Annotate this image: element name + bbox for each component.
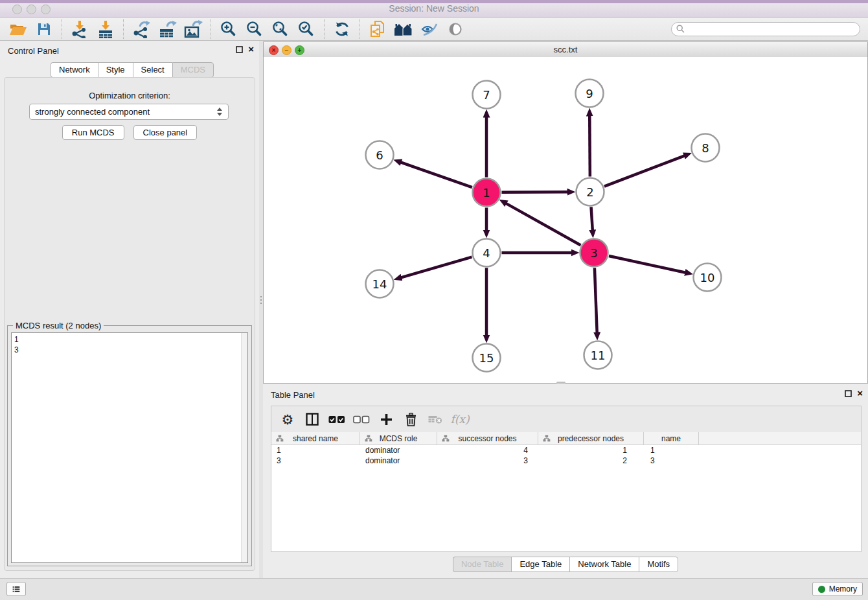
tab-mcds[interactable]: MCDS xyxy=(172,62,214,78)
export-table-icon[interactable] xyxy=(154,19,180,40)
graph-node-9[interactable]: 9 xyxy=(576,80,604,108)
graph-edge-2-8[interactable] xyxy=(604,156,685,186)
run-mcds-button[interactable]: Run MCDS xyxy=(62,125,124,140)
graph-node-7[interactable]: 7 xyxy=(473,81,501,109)
import-network-icon[interactable] xyxy=(67,19,93,40)
optimization-select[interactable]: strongly connected component xyxy=(29,104,229,120)
graph-node-14[interactable]: 14 xyxy=(366,270,394,298)
table-panel-title: Table Panel xyxy=(271,390,315,400)
network-window-titlebar[interactable]: × − + scc.txt xyxy=(264,42,867,58)
svg-text:7: 7 xyxy=(483,88,490,102)
clear-checkboxes-icon[interactable] xyxy=(350,409,372,430)
delete-column-icon[interactable] xyxy=(400,409,422,430)
toolbar-separator xyxy=(360,19,360,39)
tab-network-table[interactable]: Network Table xyxy=(569,557,639,572)
close-panel-icon[interactable]: × xyxy=(248,45,254,53)
hide-eye-icon[interactable] xyxy=(417,19,442,40)
tab-edge-table[interactable]: Edge Table xyxy=(511,557,569,572)
graph-node-1[interactable]: 1 xyxy=(473,179,501,207)
float-panel-icon[interactable] xyxy=(236,46,243,53)
save-session-icon[interactable] xyxy=(31,19,57,40)
graph-node-6[interactable]: 6 xyxy=(366,141,394,169)
column-header-predecessor-nodes[interactable]: predecessor nodes xyxy=(538,432,644,444)
task-history-button[interactable] xyxy=(6,582,26,596)
graph-edge-3-1[interactable] xyxy=(506,203,580,246)
graph-node-11[interactable]: 11 xyxy=(584,341,612,369)
graph-edge-1-6[interactable] xyxy=(401,162,472,187)
network-canvas[interactable]: 7968124314101511 xyxy=(264,57,867,383)
close-panel-button[interactable]: Close panel xyxy=(133,125,198,140)
table-cell[interactable]: dominator xyxy=(360,446,437,455)
split-panel-icon[interactable] xyxy=(301,409,323,430)
table-cell[interactable]: 1 xyxy=(271,446,360,455)
table-cell[interactable]: 4 xyxy=(437,446,538,455)
node-table[interactable]: shared nameMCDS rolesuccessor nodesprede… xyxy=(271,432,861,551)
table-cell[interactable]: dominator xyxy=(360,456,437,465)
tab-network[interactable]: Network xyxy=(51,62,98,78)
control-panel-title: Control Panel xyxy=(8,46,59,56)
open-session-icon[interactable] xyxy=(5,19,31,40)
search-icon xyxy=(676,25,685,33)
apply-layout-icon[interactable] xyxy=(329,19,355,40)
application-window: Session: New Session xyxy=(0,0,868,600)
zoom-fit-icon[interactable] xyxy=(268,19,293,40)
table-cell[interactable]: 1 xyxy=(644,446,699,455)
tab-style[interactable]: Style xyxy=(98,62,133,78)
toolbar-separator xyxy=(324,19,325,39)
titlebar: Session: New Session xyxy=(0,0,868,17)
zoom-out-icon[interactable] xyxy=(242,19,268,40)
graph-node-2[interactable]: 2 xyxy=(577,178,604,206)
svg-text:11: 11 xyxy=(591,349,606,362)
graph-node-3[interactable]: 3 xyxy=(580,239,608,267)
table-cell[interactable]: 1 xyxy=(538,446,644,455)
memory-button[interactable]: Memory xyxy=(812,582,863,596)
float-panel-icon[interactable] xyxy=(845,390,852,397)
table-row[interactable]: 1dominator411 xyxy=(271,445,861,456)
graph-edge-3-10[interactable] xyxy=(609,256,685,273)
zoom-in-icon[interactable] xyxy=(216,19,242,40)
mcds-result-text[interactable]: 1 3 xyxy=(11,332,248,563)
graph-edge-2-9[interactable] xyxy=(589,115,590,176)
graph-edge-1-2[interactable] xyxy=(501,192,567,192)
graph-edge-4-14[interactable] xyxy=(401,257,472,278)
svg-text:3: 3 xyxy=(590,246,597,260)
column-header-shared-name[interactable]: shared name xyxy=(271,432,360,444)
tab-motifs[interactable]: Motifs xyxy=(639,557,678,572)
column-header-MCDS-role[interactable]: MCDS role xyxy=(360,432,437,444)
graph-edge-3-11[interactable] xyxy=(595,268,597,332)
table-cell[interactable]: 3 xyxy=(271,456,360,465)
clone-network-icon[interactable] xyxy=(365,19,391,40)
network-home-icon[interactable] xyxy=(391,19,417,40)
tab-select[interactable]: Select xyxy=(133,62,172,78)
tree-icon xyxy=(365,435,372,442)
zoom-selected-icon[interactable] xyxy=(293,19,319,40)
graph-node-15[interactable]: 15 xyxy=(473,344,501,372)
table-cell[interactable]: 3 xyxy=(644,456,699,465)
export-image-icon[interactable] xyxy=(180,19,206,40)
close-panel-icon[interactable]: × xyxy=(857,389,863,397)
graph-edge-2-3[interactable] xyxy=(591,207,592,230)
horizontal-splitter-grip[interactable] xyxy=(556,382,565,384)
import-table-icon[interactable] xyxy=(93,19,119,40)
select-all-checkboxes-icon[interactable] xyxy=(326,409,348,430)
table-cell[interactable]: 3 xyxy=(437,456,538,465)
table-row[interactable]: 3dominator323 xyxy=(271,456,861,466)
table-cell[interactable]: 2 xyxy=(538,456,644,465)
export-network-icon[interactable] xyxy=(128,19,154,40)
column-header-successor-nodes[interactable]: successor nodes xyxy=(437,432,538,444)
graph-node-4[interactable]: 4 xyxy=(473,239,501,267)
list-icon xyxy=(12,584,20,594)
svg-text:1: 1 xyxy=(483,186,490,200)
svg-text:2: 2 xyxy=(586,185,593,199)
column-header-name[interactable]: name xyxy=(644,432,699,444)
graph-node-10[interactable]: 10 xyxy=(694,264,722,292)
svg-text:4: 4 xyxy=(483,246,490,260)
tab-node-table[interactable]: Node Table xyxy=(453,557,512,572)
table-panel: Table Panel × ⚙ xyxy=(263,385,868,577)
add-column-icon[interactable] xyxy=(375,409,397,430)
tree-icon xyxy=(276,435,284,442)
graph-node-8[interactable]: 8 xyxy=(692,134,720,162)
table-options-gear-icon[interactable]: ⚙ xyxy=(277,409,299,430)
search-input[interactable] xyxy=(671,22,860,36)
result-scrollbar[interactable] xyxy=(241,333,247,562)
